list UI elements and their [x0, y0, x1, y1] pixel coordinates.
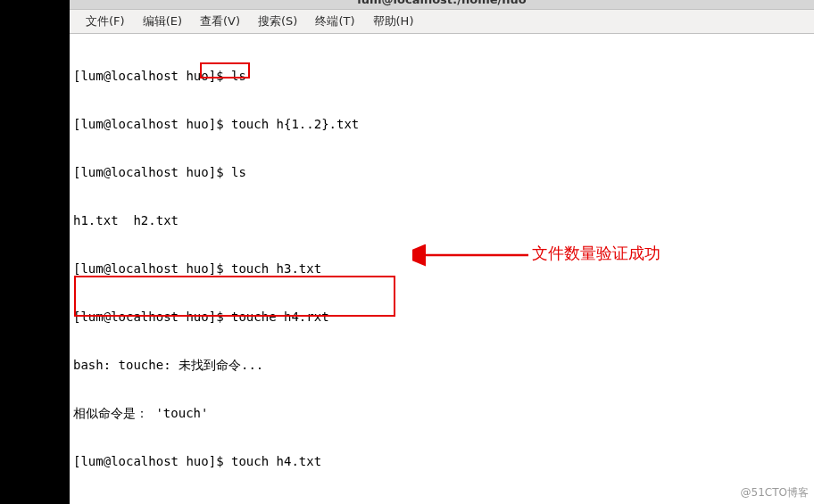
terminal-line: [lum@localhost huo]$ touch h4.txt: [73, 453, 810, 469]
menu-view[interactable]: 查看(V): [191, 10, 249, 33]
menu-file-label: 文件(F): [86, 13, 125, 29]
terminal-line: h1.txt h2.txt: [73, 212, 810, 228]
menu-search-label: 搜索(S): [258, 13, 297, 29]
window-title: lum@localhost:/home/huo: [357, 0, 526, 6]
terminal-line: 相似命令是： 'touch': [73, 405, 810, 421]
menu-view-label: 查看(V): [200, 13, 240, 29]
terminal-line: [lum@localhost huo]$ ls: [73, 68, 810, 84]
menu-terminal-label: 终端(T): [315, 13, 354, 29]
left-black-strip: [0, 0, 70, 504]
menu-search[interactable]: 搜索(S): [249, 10, 306, 33]
terminal-window: lum@localhost:/home/huo 文件(F) 编辑(E) 查看(V…: [70, 0, 814, 504]
window-titlebar: lum@localhost:/home/huo: [70, 0, 814, 9]
terminal-line: [lum@localhost huo]$ touch h{1..2}.txt: [73, 116, 810, 132]
menu-edit[interactable]: 编辑(E): [134, 10, 191, 33]
terminal-line: bash: touche: 未找到命令...: [73, 357, 810, 373]
menubar: 文件(F) 编辑(E) 查看(V) 搜索(S) 终端(T) 帮助(H): [70, 9, 814, 34]
terminal-line: [lum@localhost huo]$ ls: [73, 164, 810, 180]
menu-edit-label: 编辑(E): [143, 13, 182, 29]
terminal-line: [lum@localhost huo]$ touch h3.txt: [73, 260, 810, 277]
annotation-label: 文件数量验证成功: [532, 243, 660, 264]
menu-help[interactable]: 帮助(H): [364, 10, 423, 33]
terminal-line: [lum@localhost huo]$ touche h4.rxt: [73, 309, 810, 325]
menu-help-label: 帮助(H): [373, 13, 414, 29]
terminal-area[interactable]: [lum@localhost huo]$ ls [lum@localhost h…: [70, 34, 814, 504]
menu-terminal[interactable]: 终端(T): [306, 10, 363, 33]
menu-file[interactable]: 文件(F): [77, 10, 134, 33]
watermark: @51CTO博客: [741, 485, 809, 500]
